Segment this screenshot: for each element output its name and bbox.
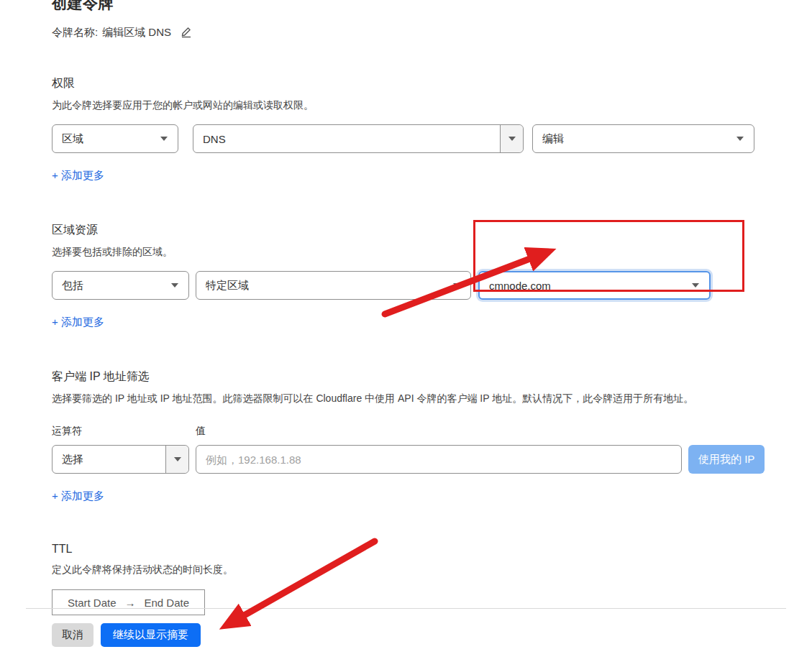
ip-value-input[interactable] xyxy=(196,445,682,474)
create-token-page: 创建令牌 令牌名称: 编辑区域 DNS 权限 为此令牌选择要应用于您的帐户或网站… xyxy=(0,0,812,656)
permission-resource-caret-button[interactable] xyxy=(500,125,523,152)
end-date-field[interactable]: End Date xyxy=(144,597,189,609)
permission-scope-select[interactable]: 区域 xyxy=(52,124,178,153)
section-ttl: TTL 定义此令牌将保持活动状态的时间长度。 Start Date → End … xyxy=(52,543,812,615)
ip-filter-add-more-link[interactable]: + 添加更多 xyxy=(52,489,104,503)
token-name-label: 令牌名称: xyxy=(52,26,98,40)
permissions-description: 为此令牌选择要应用于您的帐户或网站的编辑或读取权限。 xyxy=(52,98,812,113)
ip-operator-caret-button[interactable] xyxy=(165,446,188,473)
zone-resources-row: 包括 特定区域 cmnode.com xyxy=(52,271,812,300)
zone-include-value: 包括 xyxy=(53,279,171,293)
ip-filter-labels-row: 运算符 值 xyxy=(52,425,812,438)
ttl-description: 定义此令牌将保持活动状态的时间长度。 xyxy=(52,562,812,577)
zone-resources-heading: 区域资源 xyxy=(52,223,812,238)
permission-access-value: 编辑 xyxy=(533,132,736,146)
ip-filtering-description: 选择要筛选的 IP 地址或 IP 地址范围。此筛选器限制可以在 Cloudfla… xyxy=(52,391,760,406)
ip-operator-value: 选择 xyxy=(53,453,165,466)
ip-operator-select[interactable]: 选择 xyxy=(52,445,189,474)
chevron-down-icon xyxy=(453,283,460,288)
token-name-value: 编辑区域 DNS xyxy=(102,26,171,40)
zone-name-value: cmnode.com xyxy=(480,280,692,292)
footer-actions: 取消 继续以显示摘要 xyxy=(52,623,201,647)
zone-name-select[interactable]: cmnode.com xyxy=(478,271,711,300)
section-zone-resources: 区域资源 选择要包括或排除的区域。 包括 特定区域 cmnode.com + 添… xyxy=(52,223,812,329)
start-date-field[interactable]: Start Date xyxy=(68,597,117,609)
footer-divider xyxy=(26,608,786,609)
section-permissions: 权限 为此令牌选择要应用于您的帐户或网站的编辑或读取权限。 区域 DNS 编辑 … xyxy=(52,76,812,183)
chevron-down-icon xyxy=(508,137,516,141)
chevron-down-icon xyxy=(160,137,168,141)
zone-resources-description: 选择要包括或排除的区域。 xyxy=(52,244,812,259)
operator-label: 运算符 xyxy=(52,425,196,438)
chevron-down-icon xyxy=(174,457,181,461)
value-label: 值 xyxy=(196,425,206,438)
ip-filtering-heading: 客户端 IP 地址筛选 xyxy=(52,369,812,385)
permission-access-select[interactable]: 编辑 xyxy=(532,124,754,153)
page-title: 创建令牌 xyxy=(52,0,812,14)
zone-type-value: 特定区域 xyxy=(196,279,453,293)
edit-pencil-icon[interactable] xyxy=(180,25,193,40)
permission-scope-value: 区域 xyxy=(53,132,160,146)
token-name-row: 令牌名称: 编辑区域 DNS xyxy=(52,25,812,40)
use-my-ip-button[interactable]: 使用我的 IP xyxy=(688,445,765,474)
section-ip-filtering: 客户端 IP 地址筛选 选择要筛选的 IP 地址或 IP 地址范围。此筛选器限制… xyxy=(52,369,812,503)
permissions-row: 区域 DNS 编辑 xyxy=(52,124,812,153)
zone-type-select[interactable]: 特定区域 xyxy=(196,271,471,300)
ip-filter-row: 选择 使用我的 IP xyxy=(52,445,812,474)
permissions-heading: 权限 xyxy=(52,76,812,91)
permission-resource-combobox[interactable]: DNS xyxy=(193,124,524,153)
zone-resources-add-more-link[interactable]: + 添加更多 xyxy=(52,316,104,329)
continue-to-summary-button[interactable]: 继续以显示摘要 xyxy=(101,623,201,647)
chevron-down-icon xyxy=(736,137,744,141)
chevron-down-icon xyxy=(692,283,699,288)
cancel-button[interactable]: 取消 xyxy=(52,623,93,647)
zone-include-select[interactable]: 包括 xyxy=(52,271,189,300)
permissions-add-more-link[interactable]: + 添加更多 xyxy=(52,169,104,183)
ttl-date-range-picker[interactable]: Start Date → End Date xyxy=(52,589,205,615)
arrow-right-icon: → xyxy=(124,597,135,609)
permission-resource-value: DNS xyxy=(193,133,500,145)
ttl-heading: TTL xyxy=(52,543,812,556)
chevron-down-icon xyxy=(171,283,178,288)
